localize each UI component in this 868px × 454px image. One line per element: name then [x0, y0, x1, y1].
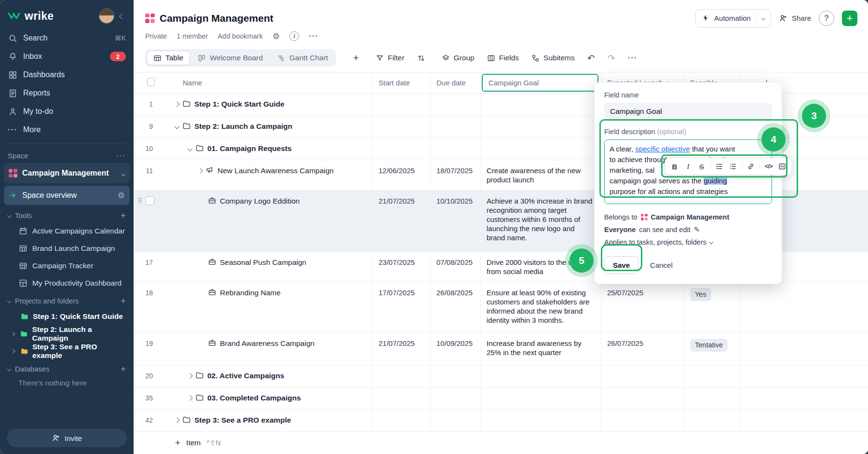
expand-chevron-icon[interactable]	[174, 101, 179, 107]
help-button[interactable]: ?	[819, 11, 834, 26]
save-button[interactable]: Save	[604, 256, 638, 274]
item-name[interactable]: 02. Active Campaigns	[207, 371, 285, 380]
tools-section-header[interactable]: Tools +	[0, 206, 134, 222]
user-avatar[interactable]	[99, 9, 114, 23]
table-row[interactable]: 18 Rebranding Name 17/07/2025 26/08/2025…	[134, 282, 868, 333]
row-checkbox[interactable]	[146, 196, 154, 205]
cell-feasible[interactable]	[684, 410, 741, 431]
column-header-start-date[interactable]: Start date	[373, 72, 431, 93]
cell-feasible[interactable]	[684, 365, 741, 387]
cell-feasible[interactable]: Tentative	[684, 333, 741, 365]
cell-expected-launch[interactable]: 26/07/2025	[601, 333, 684, 365]
sidebar-item-my-productivity-dashboard[interactable]: My Productivity Dashboard	[0, 275, 134, 292]
sidebar-item-step1-quick-start-guide[interactable]: Step 1: Quick Start Guide	[0, 308, 134, 325]
expand-chevron-icon[interactable]	[10, 332, 16, 335]
cell-feasible[interactable]: Yes	[684, 282, 741, 332]
sidebar-item-campaign-tracker[interactable]: Campaign Tracker	[0, 257, 134, 275]
column-header-campaign-goal[interactable]: Campaign Goal	[481, 72, 601, 93]
add-view-button[interactable]: +	[349, 51, 363, 65]
field-name-input[interactable]: Campaign Goal	[604, 103, 772, 120]
table-row[interactable]: 35 03. Completed Campaigns	[134, 387, 868, 410]
column-header-due-date[interactable]: Due date	[431, 72, 481, 93]
settings-gear-icon[interactable]: ⚙	[272, 31, 280, 41]
cell-campaign-goal[interactable]: Ensure at least 90% of existing customer…	[481, 282, 601, 332]
cell-campaign-goal[interactable]	[481, 138, 601, 160]
cell-due-date[interactable]: 10/09/2025	[431, 333, 481, 365]
automation-button[interactable]: Automation	[695, 9, 771, 28]
table-row[interactable]: 19 Brand Awareness Campaign 21/07/2025 1…	[134, 333, 868, 365]
global-add-button[interactable]: +	[842, 11, 857, 26]
redo-button[interactable]: ↷	[608, 53, 615, 64]
expand-chevron-icon[interactable]	[197, 168, 203, 173]
cell-start-date[interactable]: 12/06/2025	[373, 160, 431, 190]
tab-welcome-board[interactable]: Welcome Board	[191, 51, 270, 65]
sort-button[interactable]	[417, 54, 429, 62]
cell-due-date[interactable]	[431, 138, 481, 160]
strikethrough-button[interactable]: S	[695, 161, 708, 172]
tab-gantt-chart[interactable]: Gantt Chart	[271, 51, 335, 65]
filter-button[interactable]: Filter	[376, 54, 404, 62]
description-link[interactable]: specific objective	[635, 145, 690, 153]
fields-button[interactable]: Fields	[487, 54, 519, 62]
sidebar-item-search[interactable]: Search ⌘K	[0, 29, 134, 47]
invite-button[interactable]: Invite	[7, 429, 127, 447]
add-bookmark-button[interactable]: Add bookmark	[217, 32, 263, 40]
sidebar-item-space-overview[interactable]: Space overview ⚙	[4, 186, 130, 205]
item-name[interactable]: New Launch Awareness Campaign	[217, 166, 334, 175]
expand-chevron-icon[interactable]	[187, 373, 192, 378]
table-row[interactable]: 42 Step 3: See a PRO example	[134, 410, 868, 432]
cell-campaign-goal[interactable]: Increase brand awareness by 25% in the n…	[481, 333, 601, 365]
info-icon[interactable]: i	[289, 31, 299, 41]
collapse-chevron-icon[interactable]	[187, 146, 192, 151]
cell-campaign-goal[interactable]: Drive 2000 visitors to the website from …	[481, 252, 601, 282]
cell-campaign-goal[interactable]	[481, 365, 601, 387]
cell-expected-launch[interactable]: 25/07/2025	[601, 282, 684, 332]
cell-due-date[interactable]	[431, 387, 481, 409]
cell-campaign-goal[interactable]	[481, 94, 601, 115]
italic-button[interactable]: I	[682, 161, 694, 172]
cell-start-date[interactable]	[373, 94, 431, 115]
item-name[interactable]: Seasonal Push Campaign	[220, 258, 306, 267]
more-options-icon[interactable]: ···	[309, 31, 318, 41]
sidebar-item-active-campaigns-calendar[interactable]: Active Campaigns Calendar	[0, 222, 134, 240]
bullet-list-button[interactable]	[727, 161, 739, 172]
item-name[interactable]: Step 1: Quick Start Guide	[194, 99, 285, 109]
column-header-name[interactable]: Name	[161, 72, 373, 93]
cell-start-date[interactable]	[373, 365, 431, 387]
sidebar-item-step3-see-a-pro-example[interactable]: Step 3: See a PRO example	[0, 343, 134, 360]
sidebar-item-reports[interactable]: Reports	[0, 84, 134, 102]
item-name[interactable]: 03. Completed Campaigns	[207, 393, 301, 402]
add-tool-icon[interactable]: +	[121, 211, 126, 220]
inline-code-button[interactable]: </>	[762, 161, 775, 172]
cancel-button[interactable]: Cancel	[642, 257, 680, 274]
cell-start-date[interactable]: 23/07/2025	[373, 252, 431, 282]
sidebar-item-dashboards[interactable]: Dashboards	[0, 66, 134, 84]
item-name[interactable]: Brand Awareness Campaign	[220, 339, 314, 348]
link-button[interactable]	[745, 161, 757, 172]
cell-start-date[interactable]	[373, 138, 431, 160]
members-label[interactable]: 1 member	[176, 32, 208, 40]
cell-campaign-goal[interactable]: Achieve a 30% increase in brand recognit…	[481, 191, 601, 251]
drag-handle-icon[interactable]: ⠿	[137, 197, 142, 204]
sidebar-item-more[interactable]: ··· More	[0, 121, 134, 139]
item-name[interactable]: Rebranding Name	[220, 288, 281, 297]
cell-due-date[interactable]	[431, 365, 481, 387]
databases-section-header[interactable]: Databases +	[0, 360, 134, 376]
cell-due-date[interactable]	[431, 94, 481, 115]
add-project-icon[interactable]: +	[121, 296, 126, 305]
cell-campaign-goal[interactable]: Create awareness of the new product laun…	[481, 160, 601, 190]
collapse-sidebar-icon[interactable]	[118, 10, 126, 22]
bold-button[interactable]: B	[668, 161, 681, 172]
cell-due-date[interactable]: 07/08/2025	[431, 252, 481, 282]
cell-due-date[interactable]: 18/07/2025	[431, 160, 481, 190]
cell-campaign-goal[interactable]	[481, 116, 601, 138]
cell-start-date[interactable]: 21/07/2025	[373, 333, 431, 365]
space-settings-gear-icon[interactable]: ⚙	[118, 191, 125, 201]
expand-chevron-icon[interactable]	[187, 395, 192, 400]
cell-due-date[interactable]: 10/10/2025	[431, 191, 481, 251]
ordered-list-button[interactable]	[713, 161, 726, 172]
add-item-row[interactable]: + Item ^⇧N	[134, 432, 868, 454]
chevron-down-icon[interactable]	[122, 169, 125, 178]
subitems-button[interactable]: Subitems	[531, 54, 575, 62]
sidebar-item-step2-launch-a-campaign[interactable]: Step 2: Launch a Campaign	[0, 325, 134, 343]
